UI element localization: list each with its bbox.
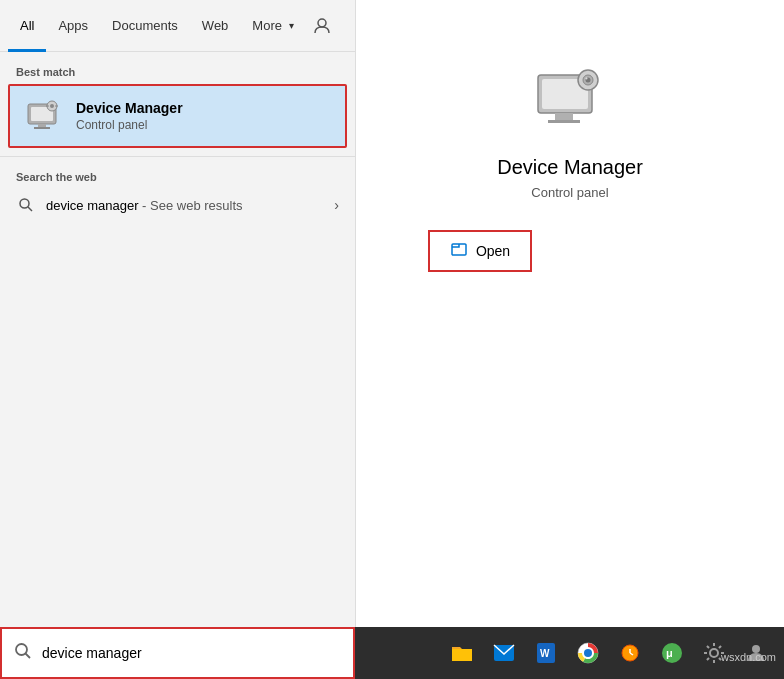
detail-subtitle: Control panel bbox=[531, 185, 608, 200]
open-button[interactable]: Open bbox=[428, 230, 532, 272]
svg-text:μ: μ bbox=[666, 647, 673, 659]
svg-line-12 bbox=[26, 654, 31, 659]
search-input[interactable] bbox=[42, 645, 341, 661]
search-icon bbox=[16, 195, 36, 215]
tab-all-label: All bbox=[20, 18, 34, 33]
divider bbox=[0, 156, 355, 157]
svg-text:W: W bbox=[540, 648, 550, 659]
watermark: wsxdn.com bbox=[721, 651, 776, 663]
best-match-subtitle: Control panel bbox=[76, 118, 183, 132]
taskbar: W μ bbox=[355, 627, 784, 679]
web-section-label: Search the web bbox=[0, 165, 355, 187]
web-keyword: device manager bbox=[46, 198, 139, 213]
detail-panel: Device Manager Control panel Open bbox=[355, 0, 784, 679]
svg-point-20 bbox=[586, 78, 588, 80]
web-search-text: device manager - See web results bbox=[46, 198, 334, 213]
tab-more-label: More bbox=[252, 18, 282, 33]
person-icon-btn[interactable] bbox=[306, 10, 338, 42]
tab-all[interactable]: All bbox=[8, 0, 46, 52]
svg-line-10 bbox=[28, 207, 32, 211]
best-match-label: Best match bbox=[0, 60, 355, 82]
svg-rect-16 bbox=[548, 120, 580, 123]
taskbar-folder[interactable] bbox=[444, 635, 480, 671]
tab-more[interactable]: More ▾ bbox=[240, 0, 306, 52]
taskbar-torrent[interactable]: μ bbox=[654, 635, 690, 671]
device-manager-icon bbox=[24, 96, 64, 136]
taskbar-alarm[interactable] bbox=[612, 635, 648, 671]
svg-point-11 bbox=[16, 644, 27, 655]
tab-apps-label: Apps bbox=[58, 18, 88, 33]
web-see-results: - See web results bbox=[139, 198, 243, 213]
chevron-right-icon: › bbox=[334, 197, 339, 213]
best-match-title: Device Manager bbox=[76, 100, 183, 116]
tabs-bar: All Apps Documents Web More ▾ ··· bbox=[0, 0, 355, 52]
tab-documents[interactable]: Documents bbox=[100, 0, 190, 52]
tab-web-label: Web bbox=[202, 18, 229, 33]
open-button-label: Open bbox=[476, 243, 510, 259]
svg-point-9 bbox=[20, 199, 29, 208]
search-bar-icon bbox=[14, 642, 32, 664]
search-bar bbox=[0, 627, 355, 679]
detail-title: Device Manager bbox=[497, 156, 643, 179]
svg-rect-4 bbox=[34, 127, 50, 129]
search-results: Best match Device Manager Control pan bbox=[0, 52, 355, 627]
tab-apps[interactable]: Apps bbox=[46, 0, 100, 52]
search-panel: All Apps Documents Web More ▾ ··· bbox=[0, 0, 355, 679]
svg-point-6 bbox=[50, 104, 54, 108]
svg-point-0 bbox=[318, 19, 326, 27]
best-match-text: Device Manager Control panel bbox=[76, 100, 183, 132]
tab-web[interactable]: Web bbox=[190, 0, 241, 52]
best-match-item[interactable]: Device Manager Control panel bbox=[8, 84, 347, 148]
person-icon bbox=[313, 17, 331, 35]
tab-documents-label: Documents bbox=[112, 18, 178, 33]
svg-point-26 bbox=[584, 649, 592, 657]
taskbar-mail[interactable] bbox=[486, 635, 522, 671]
chevron-down-icon: ▾ bbox=[289, 20, 294, 31]
web-search-item[interactable]: device manager - See web results › bbox=[0, 187, 355, 223]
open-icon bbox=[450, 240, 468, 262]
taskbar-chrome[interactable] bbox=[570, 635, 606, 671]
detail-device-manager-icon bbox=[530, 60, 610, 140]
taskbar-word[interactable]: W bbox=[528, 635, 564, 671]
svg-point-32 bbox=[710, 649, 718, 657]
svg-rect-15 bbox=[555, 113, 573, 121]
